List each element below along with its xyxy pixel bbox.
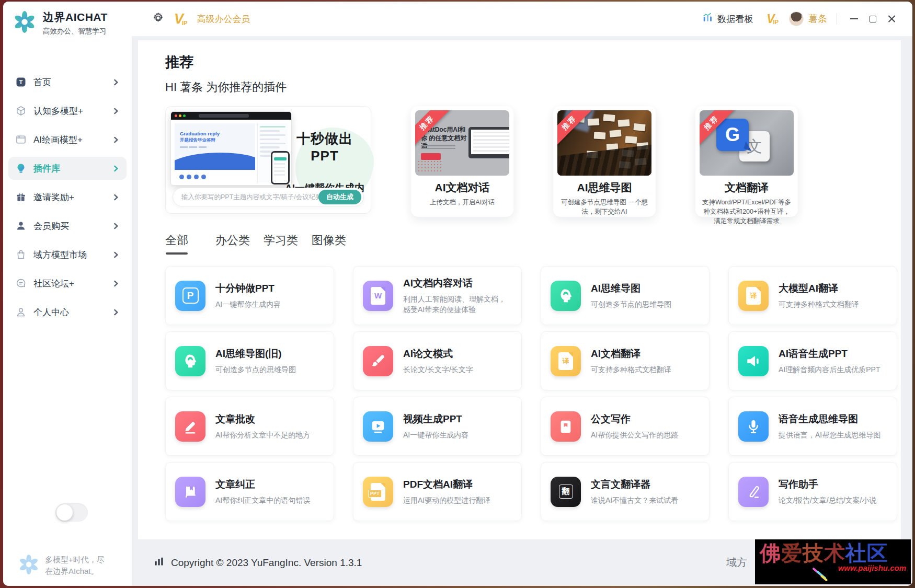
plugin-bulb-icon — [16, 163, 26, 174]
plugin-card-8[interactable]: AI语音生成PPTAI理解音频内容后生成优质PPT — [728, 331, 897, 390]
plugin-card-16[interactable]: 写作助手论文/报告/文章/总结/文案/小说 — [728, 462, 897, 521]
toggle-knob — [56, 504, 73, 521]
plugin-card-10[interactable]: 视频生成PPTAI一键帮你生成内容 — [353, 397, 522, 456]
vip-badge-icon[interactable]: VIP — [174, 12, 187, 26]
footer-right-text: 域方 — [726, 556, 747, 570]
plugin-card-5[interactable]: AI思维导图(旧)可创造多节点的思维导图 — [165, 331, 334, 390]
book-icon — [175, 477, 205, 507]
close-button[interactable] — [882, 9, 901, 28]
chevron-right-icon — [112, 251, 119, 258]
sidebar-item-4[interactable]: 插件库 — [8, 157, 127, 180]
vip-ip: IP — [182, 20, 187, 26]
chevron-right-icon — [112, 108, 119, 114]
sidebar-menu: T首页认知多模型+AI绘画模型+插件库邀请奖励+会员购买域方模型市场社区论坛+个… — [3, 36, 132, 324]
plugin-desc: 可创造多节点的思维导图 — [591, 299, 671, 309]
titlebar-left: VIP 高级办公会员 — [132, 11, 250, 27]
minimize-button[interactable] — [844, 9, 863, 28]
plugin-card-9[interactable]: 文章批改AI帮你分析文章中不足的地方 — [165, 397, 334, 456]
sidebar-item-label: 会员购买 — [33, 220, 69, 232]
plugin-card-6[interactable]: AI论文模式长论文/长文字/长文字 — [353, 331, 522, 390]
auto-generate-button[interactable]: 自动生成 — [318, 190, 361, 204]
chevron-right-icon — [112, 280, 119, 287]
plugin-grid: P十分钟做PPTAI一键帮你生成内容WAI文档内容对话利用人工智能阅读、理解文档… — [165, 266, 901, 521]
plugin-title: AI语音生成PPT — [779, 347, 880, 361]
ppt-p-icon: P — [175, 281, 205, 311]
plugin-card-15[interactable]: 翻文言文翻译器谁说AI不懂古文？来试试看 — [541, 462, 710, 521]
market-bag-icon — [16, 249, 26, 260]
sidebar-item-9[interactable]: 个人中心 — [8, 301, 127, 324]
plugin-card-4[interactable]: 译大模型AI翻译可支持多种格式文档翻译 — [728, 266, 897, 325]
app-window: 边界AICHAT 高效办公、智慧学习 T首页认知多模型+AI绘画模型+插件库邀请… — [3, 2, 912, 586]
sidebar-footer: 多模型+时代，尽在边界AIchat。 — [18, 554, 122, 578]
plugin-title: 十分钟做PPT — [215, 282, 281, 295]
slide-subtitle: 开题报告毕业答辩 — [180, 137, 255, 144]
laptop-graphic — [468, 127, 509, 158]
plugin-card-3[interactable]: AI思维导图可创造多节点的思维导图 — [541, 266, 710, 325]
chevron-right-icon — [112, 194, 119, 201]
sidebar-item-label: 首页 — [33, 76, 51, 88]
plugin-card-1[interactable]: P十分钟做PPTAI一键帮你生成内容 — [165, 266, 334, 325]
plugin-desc: 利用人工智能阅读、理解文档，感受AI带来的便捷体验 — [403, 294, 512, 315]
plugin-title: PDF文档AI翻译 — [403, 478, 490, 491]
user-avatar[interactable] — [789, 11, 804, 26]
brush-icon — [363, 346, 393, 376]
plugin-card-12[interactable]: 语音生成思维导图提供语言，AI帮您生成思维导图 — [728, 397, 897, 456]
sidebar-item-8[interactable]: 社区论坛+ — [8, 272, 127, 295]
plugin-card-7[interactable]: 译AI文档翻译可支持多种格式文档翻译 — [541, 331, 710, 390]
member-icon — [16, 221, 26, 231]
sidebar-item-label: 域方模型市场 — [33, 249, 87, 261]
brand: 边界AICHAT 高效办公、智慧学习 — [3, 2, 132, 36]
plugin-title: 文言文翻译器 — [591, 478, 678, 491]
sidebar-item-7[interactable]: 域方模型市场 — [8, 243, 127, 266]
plugin-desc: 运用AI驱动的模型进行翻译 — [403, 495, 490, 505]
official-doc-icon — [551, 411, 581, 442]
app-subtitle: 高效办公、智慧学习 — [43, 27, 108, 36]
content-area: 推荐 HI 薯条 为你推荐的插件 Graduation rep — [132, 36, 912, 586]
doc-letter-icon: W — [363, 281, 393, 311]
app-logo-light-icon — [18, 554, 40, 578]
ppt-topic-input[interactable] — [181, 193, 318, 201]
plugin-desc: 可支持多种格式文档翻译 — [591, 364, 671, 375]
plugin-card-13[interactable]: 文章纠正AI帮你纠正文章中的语句错误 — [165, 462, 334, 521]
plugin-card-11[interactable]: 公文写作AI帮你提供公文写作的思路 — [541, 397, 710, 456]
sidebar-item-label: 社区论坛+ — [33, 278, 74, 290]
promo-card-mindmap[interactable]: 推荐AI思维导图可创建多节点思维导图 一个想法，剩下交给AI — [553, 106, 656, 217]
titlebar: VIP 高级办公会员 数据看板 VIP 薯条 — [132, 2, 912, 36]
settings-gear-icon[interactable] — [152, 11, 165, 27]
sidebar-item-5[interactable]: 邀请奖励+ — [8, 186, 127, 209]
plugin-desc: 论文/报告/文章/总结/文案/小说 — [779, 495, 876, 505]
plugin-desc: AI一键帮你生成内容 — [215, 299, 281, 309]
promo-card-translate[interactable]: 推荐文G文档翻译支持Word/PPT/Excel/PDF等多种文档格式和200+… — [695, 106, 798, 217]
maximize-button[interactable] — [863, 9, 882, 28]
plugin-desc: 谁说AI不懂古文？来试试看 — [591, 495, 678, 505]
vip-membership-label[interactable]: 高级办公会员 — [197, 13, 250, 25]
sidebar-item-3[interactable]: AI绘画模型+ — [8, 128, 127, 151]
ppt-banner-card[interactable]: Graduation reply 开题报告毕业答辩 — [165, 106, 371, 214]
vip-small-icon[interactable]: VIP — [767, 13, 779, 25]
dashboard-link[interactable]: 数据看板 — [702, 12, 753, 26]
plugin-title: AI思维导图 — [591, 282, 671, 295]
tab-1[interactable]: 全部 — [165, 233, 188, 249]
mindmap-head-icon — [175, 346, 205, 376]
plugin-title: AI文档翻译 — [591, 347, 671, 361]
tab-4[interactable]: 图像类 — [312, 233, 346, 249]
username[interactable]: 薯条 — [808, 13, 827, 25]
promo-card-chatdoc[interactable]: 推荐ChatDoc用AI和你 的任意文档对话AI文档对话上传文档，开启AI对话 — [411, 106, 513, 217]
sidebar-item-1[interactable]: T首页 — [8, 71, 127, 94]
window-icon — [16, 134, 26, 145]
sidebar-item-6[interactable]: 会员购买 — [8, 214, 127, 237]
mic-icon — [738, 411, 769, 442]
theme-toggle[interactable] — [55, 503, 88, 522]
gift-icon — [16, 192, 26, 202]
tab-3[interactable]: 学习类 — [264, 233, 298, 249]
plugin-card-14[interactable]: PPTPDF文档AI翻译运用AI驱动的模型进行翻译 — [353, 462, 522, 521]
sidebar-item-2[interactable]: 认知多模型+ — [8, 99, 127, 122]
translate-doc-icon: 译 — [551, 346, 581, 376]
plugin-card-2[interactable]: WAI文档内容对话利用人工智能阅读、理解文档，感受AI带来的便捷体验 — [353, 266, 522, 325]
watermark: 佛爱技术社区 www.paijishu.com — [755, 539, 911, 584]
plugin-desc: AI帮你提供公文写作的思路 — [591, 430, 678, 440]
footer-chart-icon — [154, 556, 164, 569]
promo-title: 文档翻译 — [695, 180, 798, 195]
watermark-title: 佛爱技术社区 — [760, 541, 906, 564]
tab-2[interactable]: 办公类 — [215, 233, 250, 249]
